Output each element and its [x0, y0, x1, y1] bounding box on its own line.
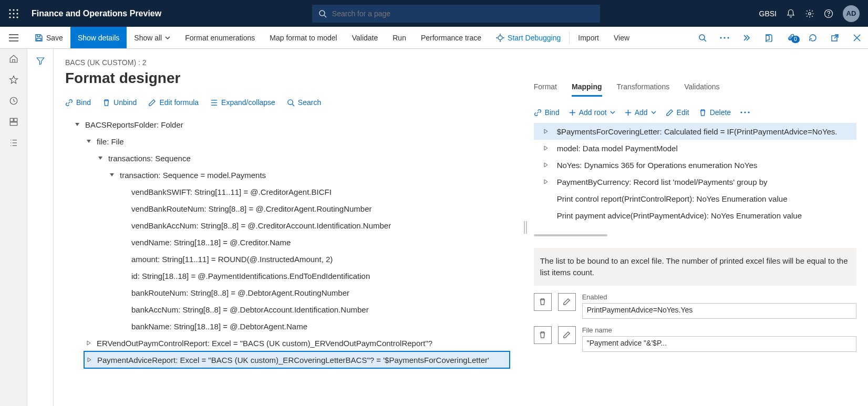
tab-transformations[interactable]: Transformations	[617, 82, 670, 97]
splitter[interactable]	[521, 49, 530, 406]
format-tree-row[interactable]: vendName: String[18..18] = @.Creditor.Na…	[65, 234, 510, 251]
svg-point-3	[9, 13, 11, 14]
tree-expander[interactable]	[84, 137, 94, 146]
prop-enabled-edit-button[interactable]	[558, 293, 576, 311]
tab-format[interactable]: Format	[534, 82, 557, 97]
validate-button[interactable]: Validate	[345, 27, 386, 48]
mapping-tree-row[interactable]: Print payment advice(PrintPaymentAdvice)…	[534, 207, 856, 224]
add-button[interactable]: Add	[625, 108, 656, 117]
svg-point-13	[829, 15, 829, 16]
app-launcher-button[interactable]	[0, 9, 27, 18]
svg-rect-34	[10, 122, 17, 126]
import-button[interactable]: Import	[571, 27, 606, 48]
workspace-icon[interactable]	[9, 117, 18, 127]
mapping-tree-row[interactable]: model: Data model PaymentModel	[534, 140, 856, 157]
gear-icon[interactable]	[805, 9, 814, 18]
user-avatar[interactable]: AD	[843, 5, 860, 22]
refresh-button[interactable]	[802, 34, 824, 42]
map-format-button[interactable]: Map format to model	[262, 27, 344, 48]
pencil-icon	[563, 298, 571, 306]
global-search-input[interactable]	[332, 9, 594, 18]
company-picker[interactable]: GBSI	[759, 9, 777, 18]
close-button[interactable]	[846, 34, 868, 41]
show-all-label: Show all	[134, 34, 162, 42]
show-all-button[interactable]: Show all	[127, 27, 178, 48]
map-bind-button[interactable]: Bind	[534, 108, 560, 117]
tab-mapping[interactable]: Mapping	[572, 82, 602, 97]
format-tree-row[interactable]: bankName: String[18..18] = @.DebtorAgent…	[65, 318, 510, 335]
save-button[interactable]: Save	[27, 27, 70, 48]
tree-expander[interactable]	[84, 338, 94, 348]
flow-button[interactable]	[736, 34, 758, 42]
tree-row-label: PaymentAdviceReport: Excel = "BACS (UK c…	[97, 356, 489, 365]
expand-collapse-button[interactable]: Expand/collapse	[210, 98, 275, 107]
tree-search-button[interactable]: Search	[287, 98, 321, 107]
mapping-tree-row[interactable]: Print control report(PrintControlReport)…	[534, 190, 856, 207]
bell-icon[interactable]	[786, 9, 795, 18]
prop-filename-value[interactable]: "Payment advice "&'$P...	[582, 336, 856, 352]
format-tree[interactable]: BACSReportsFolder: Folderfile: Filetrans…	[65, 116, 510, 368]
view-button[interactable]: View	[606, 27, 637, 48]
mapping-tree-row[interactable]: PaymentByCurrency: Record list 'model/Pa…	[534, 173, 856, 190]
modules-icon[interactable]	[9, 138, 18, 148]
map-more-button[interactable]	[740, 111, 750, 113]
mapping-tree[interactable]: $PaymentsForCoveringLetter: Calculated f…	[534, 123, 856, 224]
popout-button[interactable]	[824, 34, 846, 42]
star-icon[interactable]	[9, 75, 18, 85]
breadcrumb: BACS (UK CUSTOM) : 2	[65, 58, 510, 67]
office-button[interactable]	[758, 34, 780, 42]
format-tree-row[interactable]: BACSReportsFolder: Folder	[65, 116, 510, 133]
format-tree-row[interactable]: vendBankRouteNum: String[8..8] = @.Credi…	[65, 200, 510, 217]
cmd-search-button[interactable]	[691, 34, 714, 42]
help-icon[interactable]	[824, 9, 833, 18]
format-tree-row[interactable]: ERVendOutPaymControlReport: Excel = "BAC…	[65, 335, 510, 351]
mapping-tree-row[interactable]: $PaymentsForCoveringLetter: Calculated f…	[534, 123, 856, 140]
tree-expander[interactable]	[541, 127, 551, 136]
more-button[interactable]	[714, 37, 736, 39]
format-tree-row[interactable]: bankAccNum: String[8..8] = @.DebtorAccou…	[65, 301, 510, 318]
tree-expander[interactable]	[73, 120, 82, 129]
format-tree-row[interactable]: transactions: Sequence	[65, 150, 510, 166]
home-icon[interactable]	[9, 54, 18, 64]
attach-badge: 0	[791, 36, 800, 43]
prop-enabled-delete-button[interactable]	[534, 293, 552, 311]
format-tree-row[interactable]: file: File	[65, 133, 510, 150]
unbind-button[interactable]: Unbind	[102, 98, 137, 107]
map-delete-button[interactable]: Delete	[699, 108, 731, 117]
attach-button[interactable]: 0	[780, 34, 802, 42]
format-tree-row[interactable]: PaymentAdviceReport: Excel = "BACS (UK c…	[84, 351, 510, 368]
bind-button[interactable]: Bind	[65, 98, 91, 107]
filter-icon[interactable]	[36, 56, 45, 66]
prop-enabled-value[interactable]: PrintPaymentAdvice=NoYes.Yes	[582, 303, 856, 319]
prop-filename-edit-button[interactable]	[558, 326, 576, 344]
pencil-icon	[563, 331, 571, 339]
tree-expander[interactable]	[107, 170, 117, 180]
map-edit-button[interactable]: Edit	[666, 108, 689, 117]
horizontal-scrollbar[interactable]	[534, 234, 856, 238]
tree-expander[interactable]	[96, 153, 105, 163]
tree-expander[interactable]	[541, 143, 551, 153]
format-tree-row[interactable]: bankRouteNum: String[8..8] = @.DebtorAge…	[65, 284, 510, 301]
tree-expander[interactable]	[85, 355, 94, 365]
format-tree-row[interactable]: id: String[18..18] = @.PaymentIdentifica…	[65, 267, 510, 284]
tree-spacer	[541, 194, 551, 203]
run-button[interactable]: Run	[385, 27, 414, 48]
format-tree-row[interactable]: amount: String[11..11] = ROUND(@.Instruc…	[65, 251, 510, 267]
format-tree-row[interactable]: vendBankSWIFT: String[11..11] = @.Credit…	[65, 183, 510, 200]
format-tree-row[interactable]: vendBankAccNum: String[8..8] = @.Credito…	[65, 217, 510, 234]
format-tree-row[interactable]: transaction: Sequence = model.Payments	[65, 166, 510, 183]
mapping-tree-row[interactable]: NoYes: Dynamics 365 for Operations enume…	[534, 157, 856, 173]
performance-trace-button[interactable]: Performance trace	[414, 27, 489, 48]
show-details-button[interactable]: Show details	[70, 27, 127, 48]
start-debugging-button[interactable]: Start Debugging	[489, 27, 568, 48]
tab-validations[interactable]: Validations	[684, 82, 719, 97]
global-search[interactable]	[312, 5, 600, 23]
prop-filename-delete-button[interactable]	[534, 326, 552, 344]
edit-formula-button[interactable]: Edit formula	[148, 98, 199, 107]
tree-expander[interactable]	[541, 160, 551, 170]
add-root-button[interactable]: Add root	[569, 108, 615, 117]
nav-collapse-button[interactable]	[0, 27, 27, 48]
tree-expander[interactable]	[541, 177, 551, 186]
format-enumerations-button[interactable]: Format enumerations	[178, 27, 262, 48]
recent-icon[interactable]	[9, 96, 18, 106]
